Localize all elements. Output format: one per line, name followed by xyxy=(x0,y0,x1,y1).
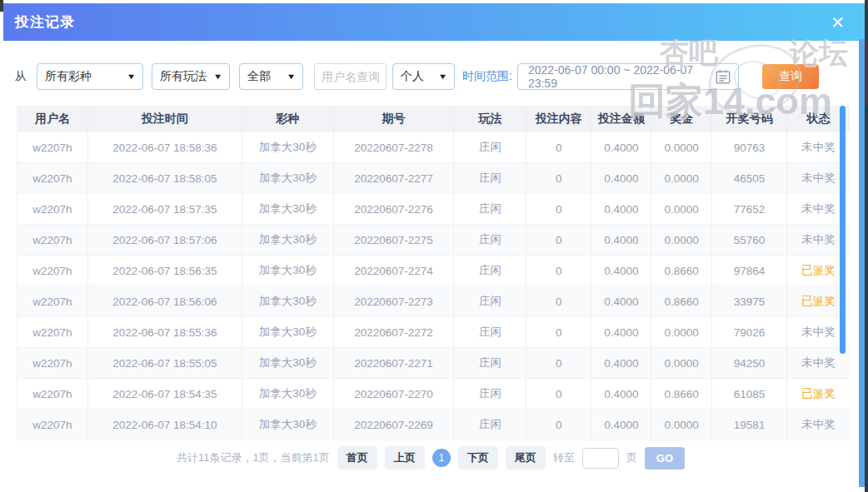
cell-content: 0 xyxy=(526,163,591,193)
cell-username: w2207h xyxy=(17,317,88,347)
next-page-button[interactable]: 下页 xyxy=(458,446,498,470)
cell-draw-code: 79026 xyxy=(712,317,787,347)
prev-page-button[interactable]: 上页 xyxy=(385,446,425,470)
cell-bonus: 0.0000 xyxy=(651,410,712,440)
cell-username: w2207h xyxy=(17,286,88,316)
cell-username: w2207h xyxy=(17,194,88,224)
time-range-input[interactable]: 2022-06-07 00:00 ~ 2022-06-07 23:59 xyxy=(517,63,739,90)
chevron-down-icon: ▼ xyxy=(127,72,137,81)
cell-lottery: 加拿大30秒 xyxy=(242,286,334,316)
chevron-down-icon: ▼ xyxy=(438,72,448,81)
column-header-username: 用户名 xyxy=(17,106,88,132)
scope-select[interactable]: 全部 ▼ xyxy=(239,63,303,90)
cell-amount: 0.4000 xyxy=(591,225,651,255)
cell-username: w2207h xyxy=(17,132,88,162)
lottery-type-select[interactable]: 所有彩种 ▼ xyxy=(37,63,143,90)
lottery-type-value: 所有彩种 xyxy=(45,69,92,84)
cell-bet-time: 2022-06-07 18:57:35 xyxy=(88,194,242,224)
cell-draw-code: 46505 xyxy=(712,163,787,193)
time-range-value: 2022-06-07 00:00 ~ 2022-06-07 23:59 xyxy=(525,63,715,90)
cell-bonus: 0.8660 xyxy=(651,379,712,409)
table-row: w2207h 2022-06-07 18:56:06 加拿大30秒 202206… xyxy=(17,286,850,317)
window-edge-artifact-red xyxy=(865,41,868,106)
cell-issue: 20220607-2272 xyxy=(334,317,455,347)
username-search-input[interactable] xyxy=(314,63,387,90)
cell-amount: 0.4000 xyxy=(591,194,651,224)
status-badge: 未中奖 xyxy=(787,410,850,440)
cell-bonus: 0.0000 xyxy=(651,163,712,193)
cell-bet-time: 2022-06-07 18:58:36 xyxy=(88,132,242,162)
cell-play: 庄闲 xyxy=(454,225,526,255)
cell-content: 0 xyxy=(526,132,591,162)
cell-draw-code: 94250 xyxy=(712,348,787,378)
cell-content: 0 xyxy=(526,410,591,440)
cell-amount: 0.4000 xyxy=(591,317,651,347)
from-label: 从 xyxy=(15,69,27,84)
cell-bet-time: 2022-06-07 18:56:35 xyxy=(88,256,242,286)
table-body: w2207h 2022-06-07 18:58:36 加拿大30秒 202206… xyxy=(17,132,850,440)
search-button[interactable]: 查询 xyxy=(762,64,819,89)
record-count-summary: 共计11条记录，1页，当前第1页 xyxy=(177,450,330,465)
cell-play: 庄闲 xyxy=(454,286,526,316)
calendar-icon xyxy=(715,68,731,85)
cell-issue: 20220607-2274 xyxy=(334,256,455,286)
cell-bet-time: 2022-06-07 18:55:05 xyxy=(88,348,242,378)
table-row: w2207h 2022-06-07 18:55:05 加拿大30秒 202206… xyxy=(17,348,850,379)
cell-content: 0 xyxy=(526,225,591,255)
window-edge-artifact xyxy=(0,0,3,12)
first-page-button[interactable]: 首页 xyxy=(337,446,377,470)
person-value: 个人 xyxy=(401,69,424,84)
cell-bonus: 0.8660 xyxy=(651,286,712,316)
cell-play: 庄闲 xyxy=(454,348,526,378)
column-header-play: 玩法 xyxy=(454,106,526,132)
column-header-draw-code: 开奖号码 xyxy=(712,106,787,132)
column-header-bonus: 奖金 xyxy=(651,106,712,132)
cell-lottery: 加拿大30秒 xyxy=(242,317,334,347)
cell-bonus: 0.0000 xyxy=(651,348,712,378)
cell-lottery: 加拿大30秒 xyxy=(242,225,334,255)
table-row: w2207h 2022-06-07 18:54:10 加拿大30秒 202206… xyxy=(17,410,850,440)
table-row: w2207h 2022-06-07 18:58:36 加拿大30秒 202206… xyxy=(17,132,850,163)
cell-issue: 20220607-2270 xyxy=(334,379,455,409)
cell-content: 0 xyxy=(526,194,591,224)
table-row: w2207h 2022-06-07 18:54:35 加拿大30秒 202206… xyxy=(17,379,850,410)
cell-draw-code: 55760 xyxy=(712,225,787,255)
cell-lottery: 加拿大30秒 xyxy=(242,256,334,286)
cell-play: 庄闲 xyxy=(454,379,526,409)
cell-play: 庄闲 xyxy=(454,194,526,224)
cell-content: 0 xyxy=(526,286,591,316)
cell-draw-code: 19581 xyxy=(712,410,787,440)
bet-records-table: 用户名 投注时间 彩种 期号 玩法 投注内容 投注金额 奖金 开奖号码 状态 w… xyxy=(17,106,850,440)
person-select[interactable]: 个人 ▼ xyxy=(392,63,455,90)
last-page-button[interactable]: 尾页 xyxy=(506,446,546,470)
page-scrollbar[interactable] xyxy=(859,39,865,487)
table-scrollbar-thumb[interactable] xyxy=(840,106,846,354)
column-header-bet-time: 投注时间 xyxy=(88,106,242,132)
cell-content: 0 xyxy=(526,317,591,347)
cell-draw-code: 77652 xyxy=(712,194,787,224)
cell-draw-code: 33975 xyxy=(712,286,787,316)
cell-lottery: 加拿大30秒 xyxy=(242,410,334,440)
cell-bonus: 0.0000 xyxy=(651,194,712,224)
close-icon[interactable]: ✕ xyxy=(831,14,845,31)
cell-amount: 0.4000 xyxy=(591,132,651,162)
cell-bet-time: 2022-06-07 18:54:10 xyxy=(88,410,242,440)
cell-lottery: 加拿大30秒 xyxy=(242,132,334,162)
play-method-select[interactable]: 所有玩法 ▼ xyxy=(152,63,230,90)
column-header-issue: 期号 xyxy=(334,106,455,132)
cell-draw-code: 97864 xyxy=(712,256,787,286)
cell-play: 庄闲 xyxy=(454,317,526,347)
go-button[interactable]: GO xyxy=(645,447,685,470)
cell-play: 庄闲 xyxy=(454,163,526,193)
cell-bet-time: 2022-06-07 18:57:06 xyxy=(88,225,242,255)
cell-lottery: 加拿大30秒 xyxy=(242,194,334,224)
cell-amount: 0.4000 xyxy=(591,286,651,316)
cell-amount: 0.4000 xyxy=(591,379,651,409)
current-page-indicator[interactable]: 1 xyxy=(432,449,451,467)
column-header-lottery: 彩种 xyxy=(242,106,334,132)
cell-play: 庄闲 xyxy=(454,132,526,162)
cell-issue: 20220607-2275 xyxy=(334,225,455,255)
cell-username: w2207h xyxy=(17,256,88,286)
goto-page-input[interactable] xyxy=(582,448,619,469)
scope-value: 全部 xyxy=(247,69,271,84)
